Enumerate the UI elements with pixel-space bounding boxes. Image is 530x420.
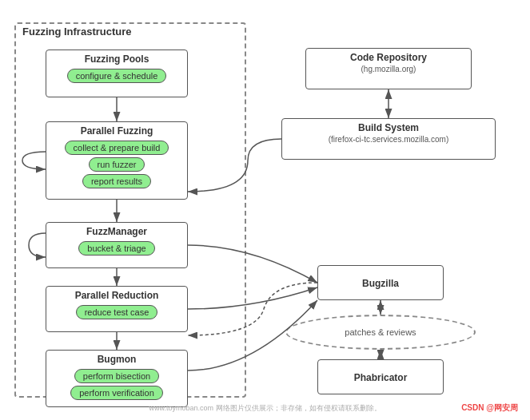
parallel-reduction-title: Parallel Reduction — [46, 287, 187, 303]
build-system-box: Build System (firefox-ci-tc.services.moz… — [281, 118, 496, 160]
bugmon-title: Bugmon — [46, 351, 187, 367]
csdn-badge: CSDN @网安周 — [461, 402, 518, 414]
parallel-fuzzing-pill-1: collect & prepare build — [65, 141, 169, 155]
code-repository-box: Code Repository (hg.mozilla.org) — [305, 48, 472, 89]
code-repository-title: Code Repository — [306, 49, 471, 65]
bugmon-box: Bugmon perform bisection perform verific… — [46, 350, 188, 407]
fuzzing-infra-label: Fuzzing Infrastructure — [22, 26, 132, 38]
fuzz-manager-pill: bucket & triage — [78, 241, 154, 256]
bugzilla-box: Bugzilla — [317, 265, 444, 300]
code-repository-subtitle: (hg.mozilla.org) — [306, 65, 471, 75]
fuzz-manager-box: FuzzManager bucket & triage — [46, 222, 188, 268]
fuzzing-pools-title: Fuzzing Pools — [46, 50, 187, 66]
bugmon-pill-1: perform bisection — [74, 369, 159, 383]
patches-reviews-ellipse: patches & reviews — [285, 315, 476, 350]
bugzilla-title: Bugzilla — [357, 275, 404, 291]
parallel-fuzzing-box: Parallel Fuzzing collect & prepare build… — [46, 121, 188, 200]
parallel-reduction-pill: reduce test case — [76, 305, 158, 319]
bugmon-pill-2: perform verification — [70, 386, 163, 400]
phabricator-title: Phabricator — [349, 369, 412, 385]
watermark: www.toymoban.com 网络图片仅供展示；非存储，如有侵权请联系删除。 — [0, 403, 530, 414]
parallel-fuzzing-pill-2: run fuzzer — [89, 157, 145, 172]
fuzzing-pools-pill: configure & schedule — [67, 69, 167, 83]
fuzz-manager-title: FuzzManager — [46, 223, 187, 239]
build-system-subtitle: (firefox-ci-tc.services.mozilla.com) — [282, 135, 495, 145]
fuzzing-pools-box: Fuzzing Pools configure & schedule — [46, 50, 188, 97]
parallel-fuzzing-pill-3: report results — [82, 174, 151, 188]
main-container: Fuzzing Infrastructure Fuzzing Pools con… — [0, 0, 530, 420]
build-system-title: Build System — [282, 119, 495, 135]
phabricator-box: Phabricator — [317, 359, 444, 394]
patches-reviews-label: patches & reviews — [345, 327, 416, 337]
parallel-fuzzing-title: Parallel Fuzzing — [46, 122, 187, 138]
parallel-reduction-box: Parallel Reduction reduce test case — [46, 286, 188, 332]
